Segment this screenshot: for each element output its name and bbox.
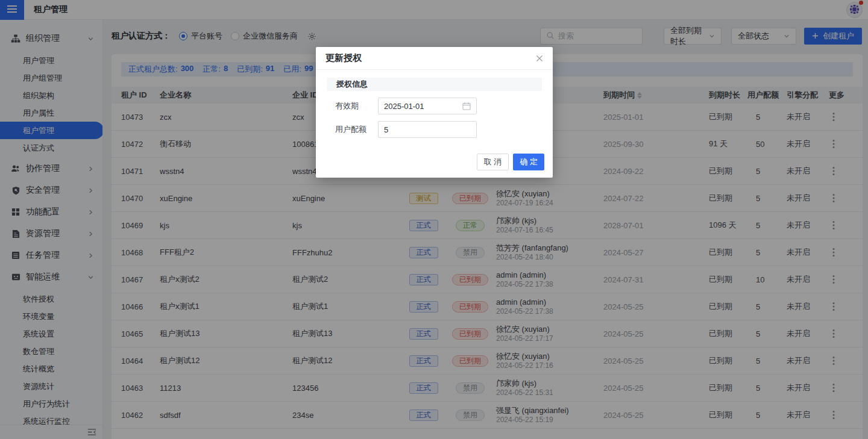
modal-title: 更新授权	[326, 52, 362, 64]
quota-label: 用户配额	[335, 124, 378, 135]
close-icon[interactable]	[536, 55, 543, 62]
validity-label: 有效期	[335, 101, 378, 111]
validity-date-input[interactable]: 2025-01-01	[378, 98, 477, 114]
update-license-modal: 更新授权 授权信息 有效期 2025-01-01 用户配额 5 取 消 确 定	[316, 47, 553, 178]
quota-value: 5	[384, 125, 388, 134]
license-info-section-title: 授权信息	[327, 78, 542, 91]
cancel-button[interactable]: 取 消	[477, 154, 509, 170]
calendar-icon	[462, 102, 471, 110]
quota-input[interactable]: 5	[378, 121, 477, 138]
validity-date-value: 2025-01-01	[384, 102, 424, 111]
confirm-button[interactable]: 确 定	[513, 154, 544, 170]
